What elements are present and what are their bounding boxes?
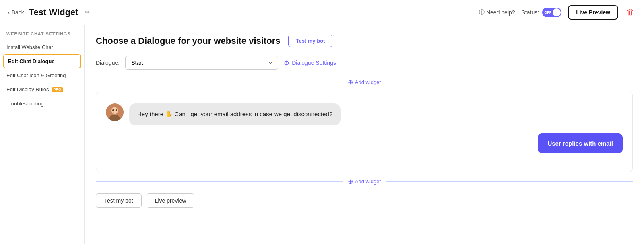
- avatar: [106, 103, 124, 121]
- toggle-knob: [553, 8, 561, 16]
- bottom-actions: Test my bot Live preview: [96, 193, 633, 208]
- test-bot-button-bottom[interactable]: Test my bot: [96, 193, 142, 208]
- add-widget-row-bottom: ⊕ Add widget: [96, 176, 633, 187]
- main-layout: WEBSITE CHAT SETTINGS Install Website Ch…: [0, 25, 644, 244]
- divider-left-bottom: [96, 181, 343, 182]
- dialogue-select[interactable]: Start: [125, 56, 278, 70]
- add-widget-label-bottom: Add widget: [355, 178, 381, 185]
- back-button[interactable]: ‹ Back: [8, 9, 24, 16]
- add-widget-button-bottom[interactable]: ⊕ Add widget: [343, 176, 386, 187]
- sidebar-item-install[interactable]: Install Website Chat: [0, 40, 84, 54]
- divider-right-bottom: [386, 181, 633, 182]
- status-label: Status:: [522, 9, 539, 16]
- dialogue-label: Dialogue:: [96, 59, 120, 66]
- dialogue-settings-label: Dialogue Settings: [292, 59, 336, 66]
- delete-widget-button[interactable]: 🗑: [625, 6, 636, 18]
- add-widget-row-top: ⊕ Add widget: [96, 77, 633, 88]
- question-circle-icon: ⓘ: [479, 9, 485, 16]
- sidebar-item-label: Edit Chat Icon & Greeting: [6, 72, 66, 78]
- divider-right: [386, 82, 633, 82]
- avatar-image: [106, 103, 124, 121]
- header-right: ⓘ Need help? Status: OFF Live Preview 🗑: [479, 5, 636, 20]
- content-area: Choose a Dialogue for your website visit…: [85, 25, 644, 244]
- plus-circle-icon-bottom: ⊕: [348, 178, 353, 185]
- sidebar: WEBSITE CHAT SETTINGS Install Website Ch…: [0, 25, 85, 244]
- gear-icon: ⚙: [284, 59, 289, 67]
- live-preview-button[interactable]: Live Preview: [568, 5, 618, 20]
- chat-card: Hey there ✋ Can I get your email address…: [96, 92, 633, 172]
- sidebar-item-edit-display-rules[interactable]: Edit Display Rules PRO: [0, 82, 84, 96]
- divider-left: [96, 82, 343, 82]
- dialogue-row: Dialogue: Start ⚙ Dialogue Settings: [96, 56, 633, 70]
- user-reply-row: User replies with email: [106, 133, 623, 153]
- add-widget-button-top[interactable]: ⊕ Add widget: [343, 77, 386, 88]
- add-widget-label-top: Add widget: [355, 79, 381, 85]
- content-header: Choose a Dialogue for your website visit…: [96, 35, 633, 47]
- app-header: ‹ Back Test Widget ✏ ⓘ Need help? Status…: [0, 0, 644, 25]
- widget-title: Test Widget: [29, 7, 78, 18]
- status-toggle[interactable]: OFF: [542, 8, 561, 17]
- sidebar-item-edit-chat-dialogue[interactable]: Edit Chat Dialogue: [3, 54, 81, 68]
- back-label: Back: [12, 9, 24, 16]
- pro-badge: PRO: [52, 87, 64, 92]
- page-title: Choose a Dialogue for your website visit…: [96, 36, 280, 46]
- toggle-off-label: OFF: [544, 10, 551, 14]
- sidebar-item-edit-chat-icon[interactable]: Edit Chat Icon & Greeting: [0, 68, 84, 82]
- dialogue-select-wrapper: Start: [125, 56, 278, 70]
- sidebar-item-label: Install Website Chat: [6, 44, 53, 50]
- status-section: Status: OFF: [522, 8, 562, 17]
- trash-icon: 🗑: [626, 8, 634, 16]
- live-preview-button-bottom[interactable]: Live preview: [147, 193, 195, 208]
- svg-point-3: [112, 109, 114, 111]
- test-bot-button-top[interactable]: Test my bot: [288, 35, 332, 47]
- user-reply-with-email-button[interactable]: User replies with email: [538, 133, 623, 153]
- bot-message-row: Hey there ✋ Can I get your email address…: [106, 103, 623, 125]
- chat-bubble: Hey there ✋ Can I get your email address…: [129, 103, 341, 125]
- sidebar-item-label: Edit Chat Dialogue: [8, 58, 55, 64]
- sidebar-item-label: Troubleshooting: [6, 100, 44, 107]
- pencil-icon[interactable]: ✏: [85, 8, 90, 16]
- need-help-label: Need help?: [486, 9, 515, 16]
- plus-circle-icon: ⊕: [348, 78, 353, 86]
- sidebar-section-label: WEBSITE CHAT SETTINGS: [0, 31, 84, 40]
- svg-point-4: [116, 109, 117, 111]
- dialogue-settings-button[interactable]: ⚙ Dialogue Settings: [284, 59, 336, 67]
- chevron-left-icon: ‹: [8, 9, 10, 16]
- need-help-button[interactable]: ⓘ Need help?: [479, 9, 515, 16]
- header-left: ‹ Back Test Widget ✏: [8, 7, 479, 18]
- sidebar-item-label: Edit Display Rules: [6, 86, 49, 92]
- sidebar-item-troubleshooting[interactable]: Troubleshooting: [0, 96, 84, 111]
